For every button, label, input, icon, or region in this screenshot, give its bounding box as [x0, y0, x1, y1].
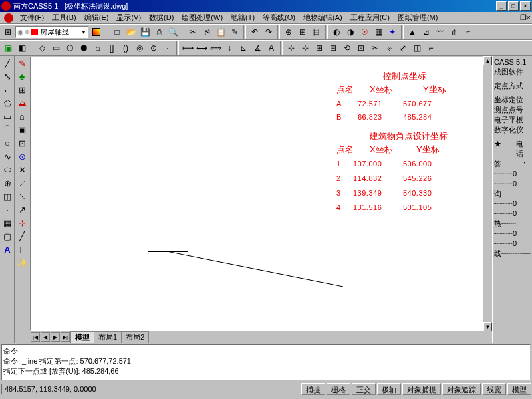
cass-icon[interactable]: ⊞ — [15, 83, 29, 96]
close-button[interactable]: × — [520, 1, 531, 11]
cass-icon[interactable]: ✕ — [15, 163, 29, 176]
tool-icon[interactable]: 〰 — [434, 25, 447, 39]
doc-restore-button[interactable]: ❐ — [520, 13, 527, 22]
tool-icon[interactable]: ◧ — [15, 41, 29, 55]
mod-icon[interactable]: ⊹ — [299, 41, 312, 55]
tab-layout1[interactable]: 布局1 — [94, 331, 122, 343]
tool-icon[interactable]: ▭ — [49, 41, 63, 55]
dim-icon[interactable]: ⟼ — [181, 41, 194, 55]
preview-icon[interactable]: 🔍 — [166, 25, 180, 39]
tool-icon[interactable]: ◎ — [133, 41, 146, 55]
menu-contour[interactable]: 等高线(O) — [259, 12, 299, 23]
panel-text[interactable]: 测点点号 — [494, 105, 531, 115]
tab-prev-icon[interactable]: ◀ — [41, 332, 50, 342]
mod-icon[interactable]: ⊟ — [327, 41, 340, 55]
tool-icon[interactable]: ⊿ — [420, 25, 433, 39]
ortho-toggle[interactable]: 正交 — [352, 383, 376, 395]
pline-icon[interactable]: ⌐ — [1, 83, 14, 96]
mod-icon[interactable]: ⊡ — [354, 41, 368, 55]
rect-icon[interactable]: ▭ — [1, 110, 14, 123]
text-icon[interactable]: A — [1, 243, 14, 256]
panel-text[interactable]: 坐标定位 — [494, 95, 531, 105]
tab-next-icon[interactable]: ▶ — [51, 332, 60, 342]
panel-text[interactable]: 定点方式 — [494, 81, 531, 91]
tool-icon[interactable]: ⬢ — [77, 41, 90, 55]
mod-icon[interactable]: ⟐ — [382, 41, 396, 55]
mod-icon[interactable]: ⟲ — [340, 41, 354, 55]
drawing-canvas[interactable]: 控制点坐标 点名 X坐标 Y坐标 A 72.571 570.677 B 66.8… — [30, 57, 491, 331]
tool-icon[interactable]: ◐ — [330, 25, 343, 39]
undo-icon[interactable]: ↶ — [248, 25, 261, 39]
mod-icon[interactable]: ⤢ — [396, 41, 410, 55]
tool-icon[interactable]: ≈ — [462, 25, 475, 39]
color-icon[interactable] — [89, 25, 104, 39]
polar-toggle[interactable]: 极轴 — [377, 383, 401, 395]
cass-icon[interactable]: ↗ — [15, 203, 29, 216]
doc-close-button[interactable]: × — [527, 13, 531, 22]
cass-icon[interactable]: ⟍ — [15, 190, 29, 203]
cut-icon[interactable]: ✂ — [186, 25, 200, 39]
hatch-icon[interactable]: ▦ — [1, 216, 14, 229]
tab-first-icon[interactable]: |◀ — [31, 332, 40, 342]
tool-icon[interactable]: ▦ — [372, 25, 385, 39]
menu-draw[interactable]: 绘图处理(W) — [178, 12, 227, 23]
print-icon[interactable]: ⎙ — [152, 25, 166, 39]
menu-file[interactable]: 文件(F) — [16, 12, 48, 23]
tool-icon[interactable]: ⬡ — [63, 41, 76, 55]
model-toggle[interactable]: 模型 — [507, 383, 531, 395]
save-icon[interactable]: 💾 — [138, 25, 152, 39]
osnap-toggle[interactable]: 对象捕捉 — [402, 383, 441, 395]
cass-icon[interactable]: ♣ — [15, 70, 29, 83]
minimize-button[interactable]: _ — [496, 1, 507, 11]
menu-obj-edit[interactable]: 地物编辑(A) — [299, 12, 346, 23]
tab-layout2[interactable]: 布局2 — [121, 331, 149, 343]
block-icon[interactable]: ◫ — [1, 190, 14, 203]
cass-icon[interactable]: ╱ — [15, 229, 29, 243]
cass-icon[interactable]: ✨ — [15, 256, 29, 269]
mod-icon[interactable]: ◫ — [410, 41, 424, 55]
tab-last-icon[interactable]: ▶| — [61, 332, 70, 342]
cass-icon[interactable]: ⌂ — [15, 110, 29, 123]
tool-icon[interactable]: ◇ — [35, 41, 49, 55]
menu-engineering[interactable]: 工程应用(C) — [346, 12, 394, 23]
tool-icon[interactable]: () — [119, 41, 132, 55]
dim-icon[interactable]: ⊾ — [237, 41, 250, 55]
layer-manager-icon[interactable]: ⊞ — [1, 25, 15, 39]
mod-icon[interactable]: ⌐ — [424, 41, 438, 55]
menu-view[interactable]: 显示(V) — [112, 12, 145, 23]
match-icon[interactable]: ✎ — [228, 25, 241, 39]
tool-icon[interactable]: [] — [105, 41, 118, 55]
cass-icon[interactable]: ⊹ — [15, 216, 29, 229]
cass-icon[interactable]: ⊙ — [15, 150, 29, 163]
tool-icon[interactable]: ☉ — [358, 25, 371, 39]
mod-icon[interactable]: ⊹ — [285, 41, 298, 55]
layer-dropdown[interactable]: ◉❄房屋轴线▼ — [15, 26, 88, 38]
ellipse-icon[interactable]: ⬭ — [1, 163, 14, 176]
tool-icon[interactable]: ⊞ — [296, 25, 309, 39]
tab-model[interactable]: 模型 — [70, 331, 94, 343]
tool-icon[interactable]: ⊕ — [282, 25, 295, 39]
redo-icon[interactable]: ↷ — [262, 25, 275, 39]
new-icon[interactable]: □ — [110, 25, 124, 39]
maximize-button[interactable]: □ — [508, 1, 519, 11]
vertical-scrollbar[interactable]: ▲ ▼ — [483, 56, 492, 331]
arc-icon[interactable]: ⌒ — [1, 123, 14, 136]
spline-icon[interactable]: ∿ — [1, 150, 14, 163]
mod-icon[interactable]: ✂ — [368, 41, 382, 55]
region-icon[interactable]: ▢ — [1, 229, 14, 243]
tool-icon[interactable]: 目 — [310, 25, 323, 39]
menu-cadastre[interactable]: 地籍(T) — [227, 12, 259, 23]
dim-icon[interactable]: ⟷ — [195, 41, 208, 55]
menu-data[interactable]: 数据(D) — [145, 12, 178, 23]
menu-drawing-mgmt[interactable]: 图纸管理(M) — [394, 12, 442, 23]
dim-icon[interactable]: ⟺ — [209, 41, 222, 55]
line-icon[interactable]: ╱ — [1, 57, 14, 70]
tool-icon[interactable]: ▲ — [406, 25, 419, 39]
cass-icon[interactable]: Γ — [15, 243, 29, 256]
polygon-icon[interactable]: ⬠ — [1, 96, 14, 110]
paste-icon[interactable]: 📋 — [214, 25, 227, 39]
snap-toggle[interactable]: 捕捉 — [301, 383, 325, 395]
insert-icon[interactable]: ⊕ — [1, 176, 14, 190]
menu-tools[interactable]: 工具(B) — [48, 12, 80, 23]
menu-edit[interactable]: 编辑(E) — [80, 12, 113, 23]
